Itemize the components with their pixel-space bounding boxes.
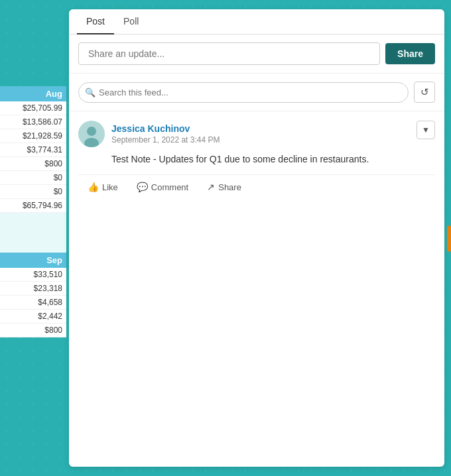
comment-icon: 💬 [137,182,148,192]
sep-row-2: $23,318 [0,282,66,296]
sep-row-3: $4,658 [0,296,66,310]
avatar [78,121,105,147]
aug-table: Aug $25,705.99 $13,586.07 $21,928.59 $3,… [0,86,66,213]
aug-row-3: $21,928.59 [0,129,66,143]
post-header: Jessica Kuchinov September 1, 2022 at 3:… [78,121,435,147]
search-icon: 🔍 [85,88,96,97]
comment-button[interactable]: 💬 Comment [134,180,191,194]
post-date: September 1, 2022 at 3:44 PM [111,135,220,145]
post-area: Jessica Kuchinov September 1, 2022 at 3:… [69,111,444,208]
post-meta: Jessica Kuchinov September 1, 2022 at 3:… [111,123,220,145]
refresh-button[interactable]: ↺ [414,82,435,103]
post-header-left: Jessica Kuchinov September 1, 2022 at 3:… [78,121,220,147]
scroll-indicator[interactable] [447,225,451,252]
chevron-down-icon: ▼ [422,125,430,135]
sep-row-5: $800 [0,324,66,337]
share-button[interactable]: Share [385,43,435,64]
comment-label: Comment [151,182,188,192]
table-gap [0,213,66,253]
post-content: Test Note - Updates for Q1 due to some d… [78,152,435,166]
share-area: Share [69,34,444,74]
share-input[interactable] [78,42,380,65]
aug-row-4: $3,774.31 [0,143,66,157]
aug-row-2: $13,586.07 [0,115,66,129]
sep-row-1: $33,510 [0,268,66,282]
like-label: Like [102,182,118,192]
refresh-icon: ↺ [420,86,429,98]
aug-row-7: $0 [0,185,66,199]
search-input[interactable] [78,82,409,103]
sep-table: Sep $33,510 $23,318 $4,658 $2,442 $800 [0,253,66,337]
post-author[interactable]: Jessica Kuchinov [111,123,220,134]
sep-header: Sep [0,253,66,268]
aug-row-8: $65,794.96 [0,199,66,213]
like-icon: 👍 [88,182,99,192]
tab-post[interactable]: Post [77,9,114,34]
main-card: Post Poll Share 🔍 ↺ [69,9,444,467]
post-actions: 👍 Like 💬 Comment ↗ Share [78,174,435,199]
share-action-label: Share [218,182,241,192]
share-icon: ↗ [207,182,215,192]
aug-row-1: $25,705.99 [0,101,66,115]
aug-header: Aug [0,86,66,101]
aug-row-5: $800 [0,157,66,171]
share-action-button[interactable]: ↗ Share [204,180,244,194]
like-button[interactable]: 👍 Like [85,180,121,194]
svg-point-1 [87,127,96,136]
sep-row-4: $2,442 [0,310,66,324]
tab-bar: Post Poll [69,9,444,34]
search-input-wrapper: 🔍 [78,82,409,103]
aug-row-6: $0 [0,171,66,185]
search-area: 🔍 ↺ [69,74,444,111]
left-table-panel: Aug $25,705.99 $13,586.07 $21,928.59 $3,… [0,86,66,337]
tab-poll[interactable]: Poll [114,9,148,34]
post-dropdown-button[interactable]: ▼ [417,121,435,139]
